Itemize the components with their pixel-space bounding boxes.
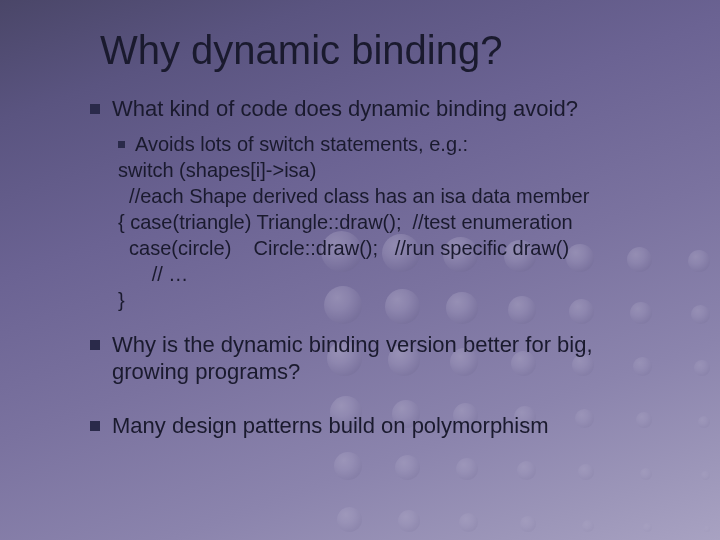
bullet-1-sub: Avoids lots of switch statements, e.g.: … [118,131,672,313]
code-line-1: switch (shapes[i]->isa) [118,157,672,183]
code-line-6: } [118,287,672,313]
square-bullet-icon [90,421,100,431]
bullet-3: Many design patterns build on polymorphi… [90,412,672,440]
bullet-3-text: Many design patterns build on polymorphi… [112,412,549,440]
bullet-2: Why is the dynamic binding version bette… [90,331,672,386]
slide: Why dynamic binding? What kind of code d… [0,0,720,540]
bullet-2-text: Why is the dynamic binding version bette… [112,331,672,386]
dot-bullet-icon [118,141,125,148]
code-line-3: { case(triangle) Triangle::draw(); //tes… [118,209,672,235]
code-line-2: //each Shape derived class has an isa da… [118,183,672,209]
bullet-1-text: What kind of code does dynamic binding a… [112,95,578,123]
bullet-1: What kind of code does dynamic binding a… [90,95,672,123]
code-line-5: // … [135,261,672,287]
sub-bullet-text: Avoids lots of switch statements, e.g.: [135,131,468,157]
square-bullet-icon [90,104,100,114]
slide-title: Why dynamic binding? [100,28,672,73]
sub-bullet: Avoids lots of switch statements, e.g.: [118,131,672,157]
code-line-4: case(circle) Circle::draw(); //run speci… [118,235,672,261]
square-bullet-icon [90,340,100,350]
